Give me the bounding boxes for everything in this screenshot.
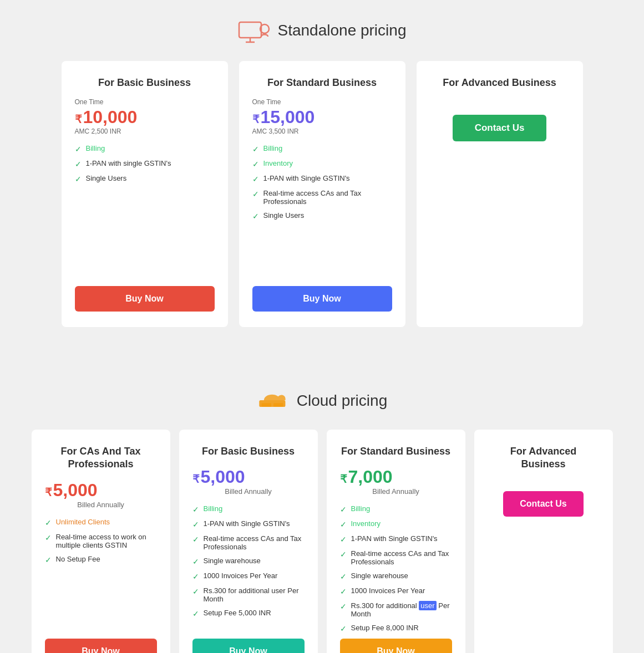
check-icon: ✓ [252, 190, 259, 198]
cloud-basic-title: For Basic Business [192, 445, 305, 458]
standalone-standard-title: For Standard Business [252, 76, 392, 89]
standalone-basic-buy-button[interactable]: Buy Now [75, 286, 215, 312]
feature-inventory: ✓ Inventory [340, 519, 452, 529]
cloud-standard-currency: ₹ [340, 472, 347, 486]
feature-text: 1000 Invoices Per Year [351, 586, 425, 595]
cloud-ca-amount: 5,000 [53, 480, 98, 501]
check-icon: ✓ [75, 160, 82, 169]
feature-unlimited-clients: ✓ Unlimited Clients [45, 518, 157, 527]
feature-text: Single warehouse [204, 557, 261, 565]
feature-text: Single warehouse [351, 572, 408, 580]
cloud-advanced-title: For Advanced Business [488, 445, 600, 471]
cloud-ca-buy-button[interactable]: Buy Now [45, 639, 157, 653]
check-icon: ✓ [252, 160, 259, 169]
feature-additional-user: ✓ Rs.300 for additional user Per Month [192, 586, 305, 603]
feature-billing: ✓ Billing [75, 144, 215, 154]
standalone-basic-price-row: ₹ 10,000 [75, 107, 215, 127]
feature-warehouse: ✓ Single warehouse [192, 557, 305, 566]
feature-text: Single Users [86, 174, 127, 182]
check-icon: ✓ [340, 572, 347, 581]
feature-users: ✓ Single Users [252, 211, 392, 221]
cloud-standard-features: ✓ Billing ✓ Inventory ✓ 1-PAN with Singl… [340, 504, 452, 639]
check-icon: ✓ [45, 555, 52, 564]
feature-billing: ✓ Billing [192, 504, 305, 514]
feature-text: Real-time access CAs and Tax Professiona… [263, 189, 392, 206]
check-icon: ✓ [192, 535, 199, 544]
feature-pan: ✓ 1-PAN with Single GSTIN's [252, 174, 392, 183]
feature-text: 1-PAN with Single GSTIN's [351, 534, 438, 543]
cloud-ca-features: ✓ Unlimited Clients ✓ Real-time access t… [45, 518, 157, 639]
check-icon: ✓ [192, 505, 199, 514]
standalone-standard-price-row: ₹ 15,000 [252, 107, 392, 127]
feature-invoices: ✓ 1000 Invoices Per Year [192, 572, 305, 581]
cloud-header: Cloud pricing [22, 388, 622, 413]
feature-text: 1-PAN with single GSTIN's [86, 159, 171, 167]
cloud-standard-amount: 7,000 [348, 467, 393, 487]
feature-billing: ✓ Billing [252, 144, 392, 154]
cloud-advanced-contact-button[interactable]: Contact Us [503, 491, 583, 517]
feature-text: Rs.300 for additional user Per Month [351, 601, 452, 618]
check-icon: ✓ [192, 557, 199, 566]
cloud-title: Cloud pricing [297, 392, 387, 410]
cloud-advanced-contact-wrapper: Contact Us [503, 491, 583, 517]
cloud-advanced-card: For Advanced Business Contact Us [474, 430, 613, 653]
cloud-standard-buy-button[interactable]: Buy Now [340, 639, 452, 653]
feature-realtime: ✓ Real-time access to work on multiple c… [45, 533, 157, 549]
check-icon: ✓ [252, 145, 259, 154]
feature-text: Setup Fee 8,000 INR [351, 624, 419, 632]
check-icon: ✓ [192, 520, 199, 529]
cloud-standard-price-row: ₹ 7,000 [340, 467, 452, 487]
feature-pan: ✓ 1-PAN with Single GSTIN's [192, 519, 305, 529]
feature-text: Billing [263, 144, 283, 152]
check-icon: ✓ [340, 587, 347, 596]
feature-text: 1-PAN with Single GSTIN's [263, 174, 350, 182]
cloud-ca-billed: Billed Annually [45, 501, 157, 509]
standalone-basic-card: For Basic Business One Time ₹ 10,000 AMC… [62, 61, 228, 327]
feature-text: Billing [351, 504, 371, 513]
standalone-icon [238, 17, 271, 44]
feature-billing: ✓ Billing [340, 504, 452, 514]
feature-setup-fee: ✓ Setup Fee 8,000 INR [340, 624, 452, 633]
feature-setup-fee: ✓ Setup Fee 5,000 INR [192, 609, 305, 618]
standalone-standard-features: ✓ Billing ✓ Inventory ✓ 1-PAN with Singl… [252, 144, 392, 286]
feature-realtime: ✓ Real-time access CAs and Tax Professio… [340, 549, 452, 566]
svg-rect-0 [239, 22, 261, 38]
feature-realtime: ✓ Real-time access CAs and Tax Professio… [252, 189, 392, 206]
check-icon: ✓ [252, 175, 259, 183]
standalone-standard-price-label: One Time [252, 98, 392, 106]
cloud-ca-title: For CAs And Tax Professionals [45, 445, 157, 471]
check-icon: ✓ [45, 533, 52, 542]
check-icon: ✓ [340, 624, 347, 633]
check-icon: ✓ [192, 572, 199, 581]
cloud-ca-price-row: ₹ 5,000 [45, 480, 157, 501]
standalone-standard-amc: AMC 3,500 INR [252, 127, 392, 135]
feature-inventory: ✓ Inventory [252, 159, 392, 169]
standalone-standard-amount: 15,000 [261, 107, 315, 127]
cloud-basic-billed: Billed Annually [192, 487, 305, 496]
feature-text: Rs.300 for additional user Per Month [204, 586, 305, 603]
feature-text: Billing [86, 144, 105, 152]
feature-text: 1000 Invoices Per Year [204, 572, 278, 580]
feature-text: Inventory [351, 519, 381, 528]
cloud-cards-row: For CAs And Tax Professionals ₹ 5,000 Bi… [22, 430, 622, 653]
standalone-standard-buy-button[interactable]: Buy Now [252, 286, 392, 312]
feature-text: Setup Fee 5,000 INR [204, 609, 271, 617]
feature-text: 1-PAN with Single GSTIN's [204, 519, 290, 528]
feature-pan: ✓ 1-PAN with Single GSTIN's [340, 534, 452, 544]
standalone-advanced-contact-wrapper: Contact Us [453, 115, 547, 141]
check-icon: ✓ [252, 212, 259, 221]
feature-text: Single Users [263, 211, 305, 220]
check-icon: ✓ [192, 587, 199, 596]
standalone-advanced-title: For Advanced Business [443, 76, 556, 89]
feature-text: Billing [204, 504, 223, 513]
standalone-advanced-card: For Advanced Business Contact Us [417, 61, 583, 327]
cloud-standard-billed: Billed Annually [340, 487, 452, 496]
standalone-advanced-contact-button[interactable]: Contact Us [453, 115, 547, 141]
feature-additional-user: ✓ Rs.300 for additional user Per Month [340, 601, 452, 618]
svg-rect-5 [261, 403, 271, 407]
divider [0, 344, 644, 377]
standalone-basic-amc: AMC 2,500 INR [75, 127, 215, 135]
cloud-basic-buy-button[interactable]: Buy Now [192, 639, 305, 653]
standalone-basic-price-label: One Time [75, 98, 215, 106]
feature-no-setup: ✓ No Setup Fee [45, 555, 157, 564]
